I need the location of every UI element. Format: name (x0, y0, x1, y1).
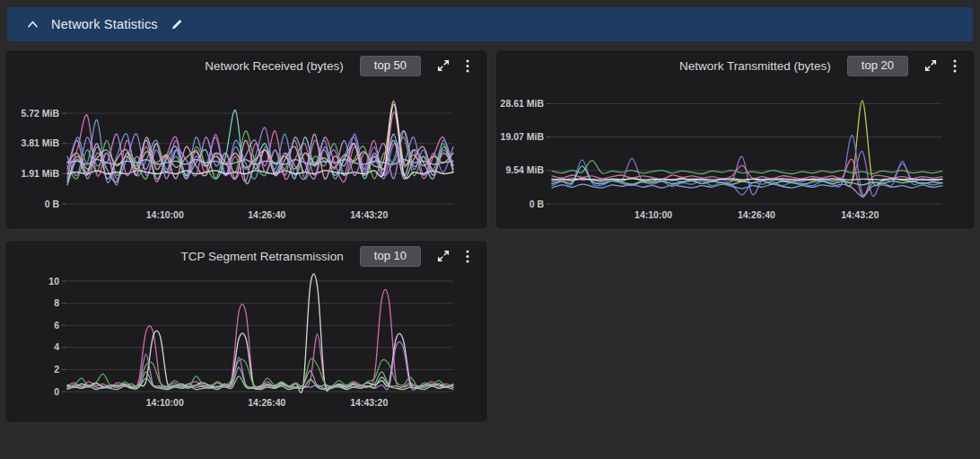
expand-icon[interactable] (437, 250, 450, 262)
x-tick-label: 14:43:20 (841, 209, 879, 220)
network-received-chart-canvas[interactable]: 0 B1.91 MiB3.81 MiB5.72 MiB14:10:0014:26… (5, 81, 487, 229)
top-n-select[interactable]: top 10 (360, 246, 421, 267)
y-tick-label: 6 (54, 320, 59, 331)
series-line (552, 159, 942, 197)
x-tick-label: 14:26:40 (248, 209, 285, 220)
x-tick-label: 14:26:40 (738, 209, 775, 220)
panel-network-received: Network Received (bytes) top 50 0 B1.91 … (5, 50, 487, 229)
y-tick-label: 0 (54, 386, 59, 397)
y-tick-label: 0 B (529, 199, 545, 209)
expand-icon[interactable] (924, 59, 937, 72)
section-header-network-statistics[interactable]: Network Statistics (7, 7, 973, 41)
x-tick-label: 14:43:20 (350, 209, 388, 220)
edit-pencil-icon[interactable] (171, 18, 183, 31)
series-line (67, 342, 453, 390)
y-tick-label: 8 (54, 297, 59, 308)
x-tick-label: 14:43:20 (350, 397, 388, 408)
chevron-up-icon[interactable] (27, 20, 39, 29)
y-tick-label: 28.61 MiB (501, 98, 545, 109)
chart-area: 0 B1.91 MiB3.81 MiB5.72 MiB14:10:0014:26… (5, 81, 487, 229)
y-tick-label: 10 (48, 276, 59, 287)
kebab-menu-icon[interactable] (466, 250, 469, 263)
y-tick-label: 5.72 MiB (21, 108, 59, 119)
y-tick-label: 2 (54, 364, 59, 375)
kebab-menu-icon[interactable] (466, 59, 469, 73)
expand-icon[interactable] (437, 59, 450, 72)
panel-header: Network Received (bytes) top 50 (5, 50, 487, 81)
panel-title: Network Received (bytes) (205, 59, 344, 73)
kebab-menu-icon[interactable] (953, 59, 957, 73)
section-title: Network Statistics (51, 17, 158, 31)
y-tick-label: 4 (54, 341, 59, 352)
chart-area: 0 B9.54 MiB19.07 MiB28.61 MiB14:10:0014:… (496, 81, 975, 229)
y-tick-label: 19.07 MiB (501, 131, 545, 142)
top-n-select[interactable]: top 20 (847, 56, 908, 76)
chart-area: 024681014:10:0014:26:4014:43:20 (5, 271, 487, 422)
x-tick-label: 14:26:40 (248, 397, 285, 408)
panel-header: Network Transmitted (bytes) top 20 (496, 50, 975, 81)
x-tick-label: 14:10:00 (634, 209, 672, 220)
y-tick-label: 9.54 MiB (505, 164, 544, 175)
y-tick-label: 0 B (45, 199, 60, 209)
x-tick-label: 14:10:00 (146, 397, 184, 408)
y-tick-label: 3.81 MiB (21, 137, 59, 148)
panel-title: Network Transmitted (bytes) (679, 59, 831, 73)
x-tick-label: 14:10:00 (146, 209, 184, 220)
y-tick-label: 1.91 MiB (21, 168, 59, 179)
panel-header: TCP Segment Retransmission top 10 (5, 241, 487, 271)
panel-network-transmitted: Network Transmitted (bytes) top 20 0 B9.… (496, 50, 975, 229)
panel-title: TCP Segment Retransmission (181, 250, 344, 263)
tcp-retransmission-chart-canvas[interactable]: 024681014:10:0014:26:4014:43:20 (5, 271, 487, 422)
top-n-select[interactable]: top 50 (360, 56, 421, 76)
panel-tcp-retransmission: TCP Segment Retransmission top 10 024681… (5, 241, 487, 422)
network-transmitted-chart-canvas[interactable]: 0 B9.54 MiB19.07 MiB28.61 MiB14:10:0014:… (496, 81, 975, 229)
